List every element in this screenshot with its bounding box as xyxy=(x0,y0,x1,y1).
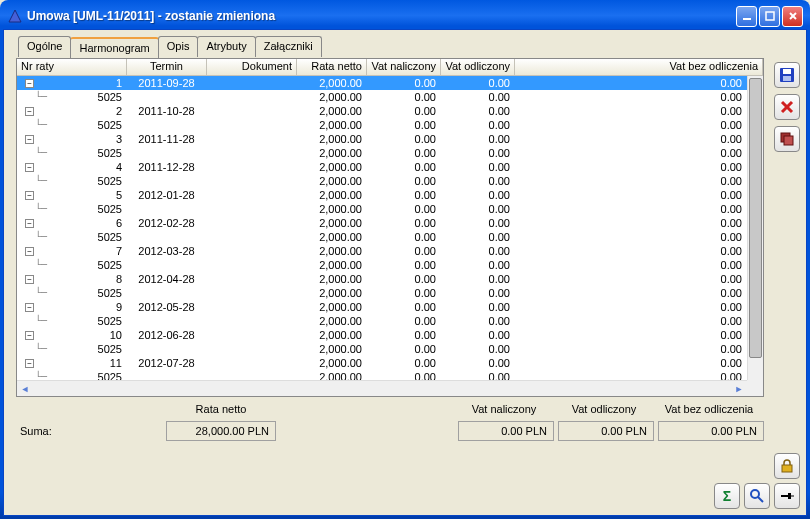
collapse-icon[interactable]: − xyxy=(25,107,34,116)
collapse-icon[interactable]: − xyxy=(25,219,34,228)
summary-label-vato: Vat odliczony xyxy=(554,403,654,415)
maximize-button[interactable] xyxy=(759,6,780,27)
summary-label-vatn: Vat naliczony xyxy=(454,403,554,415)
table-row[interactable]: −12011-09-282,000.000.000.000.00 xyxy=(17,76,763,90)
svg-point-12 xyxy=(751,490,759,498)
magnifier-icon xyxy=(749,488,765,504)
table-row[interactable]: −62012-02-282,000.000.000.000.00 xyxy=(17,216,763,230)
sum-rata: 28,000.00 PLN xyxy=(166,421,276,441)
sum-vatn: 0.00 PLN xyxy=(458,421,554,441)
col-header-dokument[interactable]: Dokument xyxy=(207,59,297,75)
save-button[interactable] xyxy=(774,62,800,88)
scroll-thumb[interactable] xyxy=(749,78,762,358)
svg-line-13 xyxy=(758,497,763,502)
sigma-icon: Σ xyxy=(723,488,731,504)
table-row[interactable]: −52012-01-282,000.000.000.000.00 xyxy=(17,188,763,202)
col-header-termin[interactable]: Termin xyxy=(127,59,207,75)
table-row[interactable]: └─50252,000.000.000.000.00 xyxy=(17,146,763,160)
tab-opis[interactable]: Opis xyxy=(158,36,199,57)
table-row[interactable]: −82012-04-282,000.000.000.000.00 xyxy=(17,272,763,286)
tab-bar: Ogólne Harmonogram Opis Atrybuty Załączn… xyxy=(4,30,806,57)
svg-rect-11 xyxy=(784,136,793,145)
lock-button[interactable] xyxy=(774,453,800,479)
col-header-nr[interactable]: Nr raty xyxy=(17,59,127,75)
table-row[interactable]: −102012-06-282,000.000.000.000.00 xyxy=(17,328,763,342)
table-row[interactable]: └─50252,000.000.000.000.00 xyxy=(17,258,763,272)
table-row[interactable]: └─50252,000.000.000.000.00 xyxy=(17,174,763,188)
tab-ogolne[interactable]: Ogólne xyxy=(18,36,71,57)
table-row[interactable]: −72012-03-282,000.000.000.000.00 xyxy=(17,244,763,258)
horizontal-scrollbar[interactable]: ◄ ► xyxy=(17,380,747,396)
table-row[interactable]: −32011-11-282,000.000.000.000.00 xyxy=(17,132,763,146)
collapse-icon[interactable]: − xyxy=(25,191,34,200)
summary-label-vatb: Vat bez odliczenia xyxy=(654,403,764,415)
svg-rect-7 xyxy=(783,76,791,81)
table-row[interactable]: └─50252,000.000.000.000.00 xyxy=(17,230,763,244)
svg-rect-1 xyxy=(743,18,751,20)
tab-harmonogram[interactable]: Harmonogram xyxy=(70,37,158,58)
table-row[interactable]: └─50252,000.000.000.000.00 xyxy=(17,342,763,356)
vertical-scrollbar[interactable] xyxy=(747,76,763,380)
copy-button[interactable] xyxy=(774,126,800,152)
summary-label-rata: Rata netto xyxy=(166,403,276,415)
svg-marker-0 xyxy=(9,10,21,22)
svg-rect-16 xyxy=(788,493,791,499)
collapse-icon[interactable]: − xyxy=(25,135,34,144)
sum-vatb: 0.00 PLN xyxy=(658,421,764,441)
col-header-vat-naliczony[interactable]: Vat naliczony xyxy=(367,59,441,75)
delete-button[interactable] xyxy=(774,94,800,120)
scroll-left-icon[interactable]: ◄ xyxy=(17,381,33,397)
table-row[interactable]: └─50252,000.000.000.000.00 xyxy=(17,314,763,328)
collapse-icon[interactable]: − xyxy=(25,303,34,312)
table-row[interactable]: └─50252,000.000.000.000.00 xyxy=(17,90,763,104)
svg-rect-14 xyxy=(782,465,792,472)
col-header-vat-odliczony[interactable]: Vat odliczony xyxy=(441,59,515,75)
svg-rect-2 xyxy=(766,12,774,20)
window-title: Umowa [UML-11/2011] - zostanie zmieniona xyxy=(27,9,736,23)
collapse-icon[interactable]: − xyxy=(25,247,34,256)
close-button[interactable] xyxy=(782,6,803,27)
grid-header[interactable]: Nr raty Termin Dokument Rata netto Vat n… xyxy=(17,59,763,76)
tab-atrybuty[interactable]: Atrybuty xyxy=(197,36,255,57)
copy-icon xyxy=(779,131,795,147)
table-row[interactable]: −112012-07-282,000.000.000.000.00 xyxy=(17,356,763,370)
table-row[interactable]: └─50252,000.000.000.000.00 xyxy=(17,118,763,132)
sum-button[interactable]: Σ xyxy=(714,483,740,509)
suma-label: Suma: xyxy=(16,425,76,437)
table-row[interactable]: └─50252,000.000.000.000.00 xyxy=(17,370,763,380)
client-area: Ogólne Harmonogram Opis Atrybuty Załączn… xyxy=(3,29,807,516)
table-row[interactable]: └─50252,000.000.000.000.00 xyxy=(17,286,763,300)
minimize-button[interactable] xyxy=(736,6,757,27)
grid-body[interactable]: −12011-09-282,000.000.000.000.00└─50252,… xyxy=(17,76,763,380)
summary-panel: Rata netto Vat naliczony Vat odliczony V… xyxy=(16,401,764,453)
scroll-right-icon[interactable]: ► xyxy=(731,381,747,397)
pin-icon xyxy=(779,488,795,504)
table-row[interactable]: −42011-12-282,000.000.000.000.00 xyxy=(17,160,763,174)
table-row[interactable]: −22011-10-282,000.000.000.000.00 xyxy=(17,104,763,118)
scroll-corner xyxy=(747,380,763,396)
table-row[interactable]: └─50252,000.000.000.000.00 xyxy=(17,202,763,216)
col-header-vat-bez[interactable]: Vat bez odliczenia xyxy=(515,59,763,75)
pin-button[interactable] xyxy=(774,483,800,509)
app-icon xyxy=(7,8,23,24)
titlebar[interactable]: Umowa [UML-11/2011] - zostanie zmieniona xyxy=(3,3,807,29)
tab-zalaczniki[interactable]: Załączniki xyxy=(255,36,322,57)
collapse-icon[interactable]: − xyxy=(25,359,34,368)
sum-vato: 0.00 PLN xyxy=(558,421,654,441)
collapse-icon[interactable]: − xyxy=(25,79,34,88)
collapse-icon[interactable]: − xyxy=(25,331,34,340)
x-icon xyxy=(779,99,795,115)
col-header-rata[interactable]: Rata netto xyxy=(297,59,367,75)
floppy-icon xyxy=(779,67,795,83)
collapse-icon[interactable]: − xyxy=(25,163,34,172)
collapse-icon[interactable]: − xyxy=(25,275,34,284)
svg-rect-6 xyxy=(783,69,791,74)
schedule-grid: Nr raty Termin Dokument Rata netto Vat n… xyxy=(16,58,764,397)
app-window: Umowa [UML-11/2011] - zostanie zmieniona… xyxy=(0,0,810,519)
table-row[interactable]: −92012-05-282,000.000.000.000.00 xyxy=(17,300,763,314)
search-button[interactable] xyxy=(744,483,770,509)
lock-icon xyxy=(779,458,795,474)
